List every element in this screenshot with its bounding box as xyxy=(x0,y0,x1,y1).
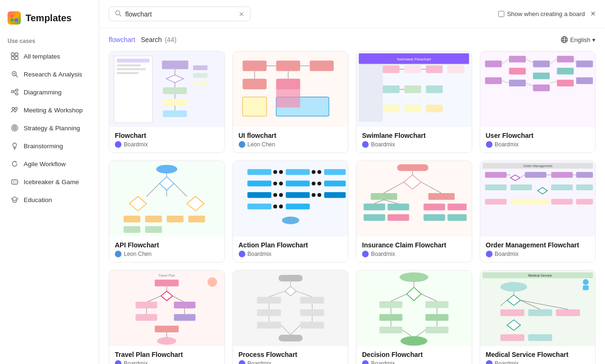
svg-rect-88 xyxy=(509,68,526,74)
sidebar-item-diagramming[interactable]: Diagramming xyxy=(3,84,96,100)
agile-icon xyxy=(10,160,19,168)
sidebar-item-agile-workflow[interactable]: Agile Workflow xyxy=(3,156,96,172)
template-card-decision[interactable]: Decision Flowchart Boardmix xyxy=(356,270,472,364)
svg-marker-104 xyxy=(160,177,174,190)
sidebar-item-meeting-workshop[interactable]: Meeting & Workshop xyxy=(3,102,96,118)
svg-rect-111 xyxy=(123,226,140,233)
svg-rect-1 xyxy=(15,14,18,17)
sidebar-item-research-analysis[interactable]: Research & Analysis xyxy=(3,66,96,82)
svg-rect-108 xyxy=(145,216,162,222)
author-avatar-decision xyxy=(362,360,369,364)
sidebar-title: Templates xyxy=(0,8,99,32)
svg-marker-106 xyxy=(187,196,204,211)
template-card-order-mgmt[interactable]: Order Management xyxy=(480,161,596,262)
svg-rect-181 xyxy=(155,279,179,286)
svg-rect-154 xyxy=(448,214,467,220)
card-title-action: Action Plan Flowchart xyxy=(239,241,343,249)
sidebar-item-brainstorming[interactable]: Brainstorming xyxy=(3,138,96,154)
template-card-process[interactable]: Process Flowchart Boardmix xyxy=(233,270,349,364)
svg-point-118 xyxy=(273,170,277,174)
card-preview-insurance xyxy=(356,161,472,237)
svg-line-245 xyxy=(500,300,507,306)
diagram-icon xyxy=(10,88,19,96)
svg-line-16 xyxy=(14,92,16,94)
show-when-creating-label[interactable]: Show when creating a board xyxy=(498,10,585,17)
svg-marker-105 xyxy=(130,196,147,211)
svg-rect-84 xyxy=(509,56,526,62)
svg-rect-67 xyxy=(359,64,383,84)
sidebar-label-agile: Agile Workflow xyxy=(24,161,66,168)
svg-line-96 xyxy=(501,59,509,64)
card-info-decision: Decision Flowchart Boardmix xyxy=(356,346,472,364)
svg-point-125 xyxy=(273,181,277,185)
use-cases-label: Use cases xyxy=(0,34,99,46)
template-card-swimlane[interactable]: Swimlane Flowchart xyxy=(356,51,472,153)
card-author-order-mgmt: Boardmix xyxy=(486,251,590,257)
svg-rect-112 xyxy=(145,226,162,233)
svg-rect-40 xyxy=(162,60,189,69)
svg-rect-71 xyxy=(448,65,465,73)
svg-rect-171 xyxy=(576,185,593,190)
card-author-travel: Boardmix xyxy=(115,360,219,364)
svg-line-156 xyxy=(384,182,404,193)
language-selector[interactable]: English ▾ xyxy=(561,36,596,43)
svg-line-98 xyxy=(550,59,557,64)
svg-rect-166 xyxy=(576,172,593,178)
svg-rect-83 xyxy=(485,60,502,67)
svg-rect-224 xyxy=(425,314,449,321)
brainstorm-icon xyxy=(10,142,19,150)
svg-rect-53 xyxy=(276,60,300,71)
svg-rect-94 xyxy=(557,80,574,86)
svg-rect-37 xyxy=(117,64,141,66)
search-box[interactable]: ✕ xyxy=(109,7,251,21)
svg-rect-131 xyxy=(247,192,271,198)
author-name-ui: Leon Chen xyxy=(248,141,276,148)
template-card-travel[interactable]: Travel Plan xyxy=(109,270,225,364)
svg-rect-201 xyxy=(257,297,281,304)
svg-rect-151 xyxy=(363,214,385,220)
card-title-ui: UI flowchart xyxy=(239,132,343,139)
topbar-right: Show when creating a board × xyxy=(498,9,596,19)
sidebar-label-diagramming: Diagramming xyxy=(24,89,61,96)
search-input[interactable] xyxy=(125,10,235,18)
card-title-insurance: Insurance Claim Flowchart xyxy=(362,241,466,249)
svg-marker-169 xyxy=(537,187,547,194)
svg-line-247 xyxy=(520,300,568,309)
sidebar-item-all-templates[interactable]: All templates xyxy=(3,48,96,64)
sidebar-item-strategy-planning[interactable]: Strategy & Planning xyxy=(3,120,96,136)
show-when-creating-checkbox[interactable] xyxy=(498,11,504,17)
template-card-ui-flowchart[interactable]: UI flowchart Leon Chen xyxy=(233,51,349,153)
card-title-decision: Decision Flowchart xyxy=(362,351,466,358)
template-card-api[interactable]: API Flowchart Leon Chen xyxy=(109,161,225,262)
svg-rect-93 xyxy=(533,85,550,91)
svg-rect-68 xyxy=(383,65,400,73)
close-button[interactable]: × xyxy=(590,9,596,19)
svg-rect-4 xyxy=(11,53,14,56)
svg-rect-73 xyxy=(383,85,400,93)
svg-rect-164 xyxy=(525,172,546,178)
template-card-flowchart[interactable]: Flowchart Boardmix xyxy=(109,51,225,153)
svg-rect-173 xyxy=(510,199,548,204)
clear-search-icon[interactable]: ✕ xyxy=(239,10,244,18)
breadcrumb-flowchart-link[interactable]: flowchart xyxy=(109,36,135,43)
svg-line-185 xyxy=(173,296,183,302)
svg-rect-49 xyxy=(193,65,207,70)
template-card-insurance[interactable]: Insurance Claim Flowchart Boardmix xyxy=(356,161,472,262)
card-title-api: API Flowchart xyxy=(115,241,219,249)
card-author-ui: Leon Chen xyxy=(239,141,343,148)
svg-rect-91 xyxy=(485,77,502,84)
template-card-user-flowchart[interactable]: User Flowchart Boardmix xyxy=(480,51,596,153)
sidebar-item-icebreaker-game[interactable]: Icebreaker & Game xyxy=(3,174,96,190)
svg-line-246 xyxy=(520,300,540,309)
sidebar-item-education[interactable]: Education xyxy=(3,192,96,208)
template-card-action-plan[interactable]: Action Plan Flowchart Boardmix xyxy=(233,161,349,262)
topbar: ✕ Show when creating a board × xyxy=(99,0,605,28)
card-author-flowchart: Boardmix xyxy=(115,141,219,148)
author-avatar-process xyxy=(239,360,245,364)
sidebar-label-education: Education xyxy=(24,196,52,203)
svg-rect-2 xyxy=(10,18,14,22)
meeting-icon xyxy=(10,106,19,114)
svg-point-17 xyxy=(12,108,15,110)
template-card-medical[interactable]: Medical Service xyxy=(480,270,596,364)
svg-line-102 xyxy=(550,81,557,83)
